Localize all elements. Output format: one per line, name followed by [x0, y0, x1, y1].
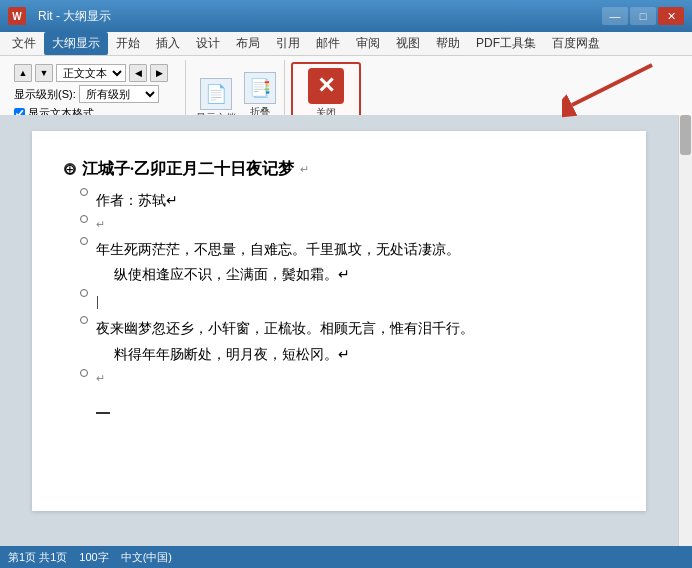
maximize-button[interactable]: □	[630, 7, 656, 25]
final-bullet	[80, 369, 88, 377]
document-body: ⊕ 江城子·乙卯正月二十日夜记梦 ↵ 作者：苏轼↵ ↵ 年生死两茫茫，不思量，自…	[32, 131, 646, 511]
menu-design[interactable]: 设计	[188, 32, 228, 55]
window-controls: — □ ✕	[602, 7, 684, 25]
menu-outline[interactable]: 大纲显示	[44, 32, 108, 55]
close-outline-icon: ✕	[308, 68, 344, 104]
author-bullet	[80, 188, 88, 196]
menu-pdftool[interactable]: PDF工具集	[468, 32, 544, 55]
title-bullet: ⊕	[64, 163, 76, 175]
para2-content: 夜来幽梦忽还乡，小轩窗，正梳妆。相顾无言，惟有泪千行。 料得年年肠断处，明月夜，…	[96, 316, 474, 366]
words-status: 100字	[79, 550, 108, 565]
menu-layout[interactable]: 布局	[228, 32, 268, 55]
show-level-row: 显示级别(S): 所有级别	[14, 85, 177, 103]
text-cursor-line	[64, 397, 614, 422]
final-return-line: ↵	[64, 369, 614, 389]
show-doc-icon: 📄	[200, 78, 232, 110]
status-bar: 第1页 共1页 100字 中文(中国)	[0, 546, 692, 568]
promote-button[interactable]: ◀	[129, 64, 147, 82]
para1-line: 年生死两茫茫，不思量，自难忘。千里孤坟，无处话凄凉。 纵使相逢应不识，尘满面，鬓…	[64, 237, 614, 287]
menu-help[interactable]: 帮助	[428, 32, 468, 55]
title-return: ↵	[300, 160, 309, 180]
menu-file[interactable]: 文件	[4, 32, 44, 55]
scrollbar-vertical[interactable]	[678, 115, 692, 546]
cursor-line: |	[64, 289, 614, 314]
document-container: ⊕ 江城子·乙卯正月二十日夜记梦 ↵ 作者：苏轼↵ ↵ 年生死两茫茫，不思量，自…	[0, 115, 678, 546]
app-icon: W	[8, 7, 26, 25]
doc-title: 江城子·乙卯正月二十日夜记梦	[82, 155, 294, 184]
para1-text2: 纵使相逢应不识，尘满面，鬓如霜。↵	[96, 262, 460, 287]
text-cursor	[96, 412, 110, 414]
menu-review[interactable]: 审阅	[348, 32, 388, 55]
window-title: Rit - 大纲显示	[38, 8, 111, 25]
cursor-bullet	[80, 289, 88, 297]
level-select[interactable]: 正文文本	[56, 64, 126, 82]
empty-return-1: ↵	[96, 215, 105, 235]
para2-text1: 夜来幽梦忽还乡，小轩窗，正梳妆。相顾无言，惟有泪千行。	[96, 316, 474, 341]
collapse-icon: 📑	[244, 72, 276, 104]
para2-bullet	[80, 316, 88, 324]
menu-insert[interactable]: 插入	[148, 32, 188, 55]
scrollbar-thumb[interactable]	[680, 115, 691, 155]
doc-title-line: ⊕ 江城子·乙卯正月二十日夜记梦 ↵	[64, 155, 614, 184]
close-window-button[interactable]: ✕	[658, 7, 684, 25]
title-bar-left: W Rit - 大纲显示	[8, 7, 111, 25]
menu-bar: 文件 大纲显示 开始 插入 设计 布局 引用 邮件 审阅 视图 帮助 PDF工具…	[0, 32, 692, 56]
menu-mail[interactable]: 邮件	[308, 32, 348, 55]
lang-status: 中文(中国)	[121, 550, 172, 565]
demote-button[interactable]: ▶	[150, 64, 168, 82]
para2-line: 夜来幽梦忽还乡，小轩窗，正梳妆。相顾无言，惟有泪千行。 料得年年肠断处，明月夜，…	[64, 316, 614, 366]
cursor-text: |	[96, 289, 99, 314]
empty-line-1: ↵	[64, 215, 614, 235]
para1-content: 年生死两茫茫，不思量，自难忘。千里孤坟，无处话凄凉。 纵使相逢应不识，尘满面，鬓…	[96, 237, 460, 287]
author-text: 作者：苏轼↵	[96, 188, 178, 213]
final-return: ↵	[96, 369, 105, 389]
para1-text1: 年生死两茫茫，不思量，自难忘。千里孤坟，无处话凄凉。	[96, 237, 460, 262]
move-up-button[interactable]: ▲	[14, 64, 32, 82]
menu-view[interactable]: 视图	[388, 32, 428, 55]
move-down-button[interactable]: ▼	[35, 64, 53, 82]
para1-bullet	[80, 237, 88, 245]
menu-reference[interactable]: 引用	[268, 32, 308, 55]
menu-start[interactable]: 开始	[108, 32, 148, 55]
minimize-button[interactable]: —	[602, 7, 628, 25]
title-bar: W Rit - 大纲显示 — □ ✕	[0, 0, 692, 32]
show-level-select[interactable]: 所有级别	[79, 85, 159, 103]
author-line: 作者：苏轼↵	[64, 188, 614, 213]
outline-nav-row: ▲ ▼ 正文文本 ◀ ▶	[14, 64, 177, 82]
menu-baidu[interactable]: 百度网盘	[544, 32, 608, 55]
empty-bullet-1	[80, 215, 88, 223]
show-level-label: 显示级别(S):	[14, 87, 76, 102]
para2-text2: 料得年年肠断处，明月夜，短松冈。↵	[96, 342, 474, 367]
page-status: 第1页 共1页	[8, 550, 67, 565]
